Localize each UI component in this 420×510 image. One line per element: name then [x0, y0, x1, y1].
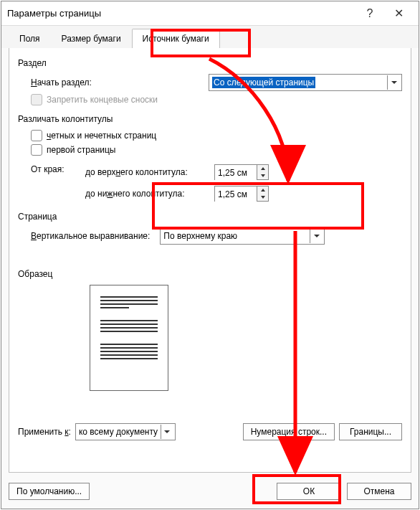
from-edge-label: От края:	[31, 164, 81, 174]
preview-page	[90, 285, 168, 391]
suppress-endnotes-checkbox	[31, 94, 42, 105]
apply-to-label: Применить к:	[18, 427, 71, 437]
spin-up-icon[interactable]	[257, 186, 268, 194]
suppress-endnotes-label: Запретить концевые сноски	[47, 95, 158, 105]
chevron-down-icon	[387, 75, 400, 90]
default-button[interactable]: По умолчанию...	[9, 483, 90, 500]
chevron-down-icon	[310, 229, 323, 243]
content-area: Раздел Начать раздел: Со следующей стран…	[9, 48, 411, 473]
header-distance-label: до верхнего колонтитула:	[85, 167, 214, 177]
spin-down-icon[interactable]	[257, 194, 268, 201]
footer-distance-spinner[interactable]	[214, 186, 269, 202]
borders-button[interactable]: Границы...	[339, 423, 402, 440]
close-button[interactable]: ✕	[384, 3, 413, 24]
first-page-label: первой страницы	[47, 145, 115, 155]
apply-to-value: ко всему документу	[79, 427, 158, 437]
help-button[interactable]: ?	[355, 3, 384, 24]
section-start-select[interactable]: Со следующей страницы	[209, 74, 402, 91]
valign-label: Вертикальное выравнивание:	[31, 231, 150, 241]
header-distance-spinner[interactable]	[214, 164, 269, 180]
tab-paper-source[interactable]: Источник бумаги	[132, 29, 220, 48]
page-setup-dialog: Параметры страницы ? ✕ Поля Размер бумаг…	[1, 1, 419, 509]
section-start-value: Со следующей страницы	[212, 77, 315, 88]
window-title: Параметры страницы	[7, 8, 355, 19]
footer-distance-label: до нижнего колонтитула:	[85, 189, 214, 199]
chevron-down-icon	[161, 425, 173, 439]
tab-strip: Поля Размер бумаги Источник бумаги	[1, 26, 419, 48]
preview-label: Образец	[18, 269, 402, 279]
valign-select[interactable]: По верхнему краю	[160, 227, 325, 245]
ok-button[interactable]: ОК	[277, 483, 341, 500]
first-page-checkbox[interactable]	[31, 144, 42, 156]
valign-value: По верхнему краю	[163, 231, 237, 241]
title-bar: Параметры страницы ? ✕	[1, 1, 419, 26]
odd-even-label: четных и нечетных страниц	[47, 131, 156, 141]
hf-group-label: Различать колонтитулы	[18, 114, 402, 124]
spin-up-icon[interactable]	[257, 165, 268, 172]
spin-down-icon[interactable]	[257, 172, 268, 179]
header-distance-input[interactable]	[215, 165, 257, 181]
dialog-footer: По умолчанию... ОК Отмена	[9, 483, 411, 500]
footer-distance-input[interactable]	[215, 186, 257, 202]
tab-fields[interactable]: Поля	[9, 29, 51, 48]
cancel-button[interactable]: Отмена	[347, 483, 411, 500]
line-numbers-button[interactable]: Нумерация строк...	[243, 423, 335, 440]
section-start-label: Начать раздел:	[31, 77, 92, 88]
page-group-label: Страница	[18, 212, 402, 222]
section-group-label: Раздел	[18, 58, 402, 68]
tab-paper-size[interactable]: Размер бумаги	[51, 29, 132, 48]
odd-even-checkbox[interactable]	[31, 130, 42, 141]
apply-to-select[interactable]: ко всему документу	[75, 423, 176, 440]
